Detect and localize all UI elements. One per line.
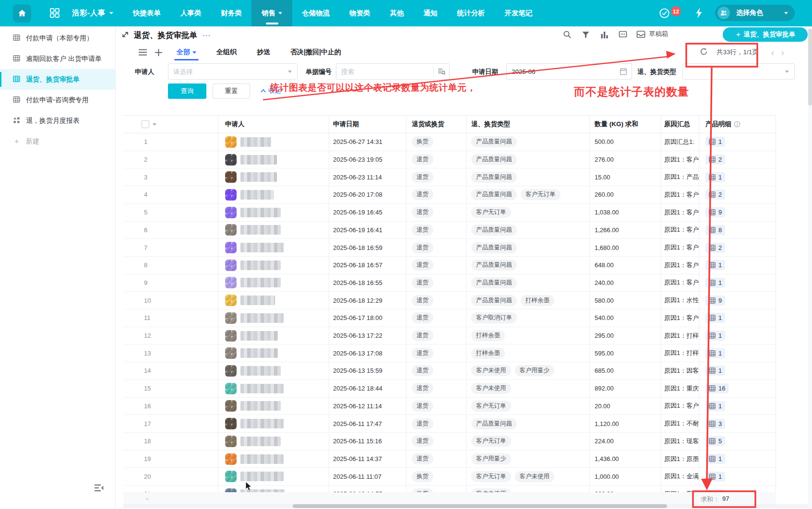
col-detail[interactable]: 产品明细 <box>699 116 776 133</box>
header-select-all[interactable] <box>123 116 218 133</box>
table-row[interactable]: 182025-06-11 15:16退货客户无订单224.00原因1：现客5 <box>123 433 776 450</box>
docno-search-input[interactable] <box>336 64 433 79</box>
vertical-scrollbar[interactable] <box>808 26 812 509</box>
query-button[interactable]: 查询 <box>168 83 206 99</box>
col-qty[interactable]: 数量 (KG) 求和 <box>590 116 661 133</box>
table-row[interactable]: 102025-06-18 12:29退货产品质量问题打样余墨580.00原因1：… <box>123 292 776 309</box>
table-row[interactable]: 22025-06-23 19:05退货产品质量问题276.00原因1：客户2 <box>123 151 776 169</box>
nav-item-仓储物流[interactable]: 仓储物流 <box>302 0 330 26</box>
tab-全部[interactable]: 全部 <box>175 44 198 60</box>
add-view-icon[interactable] <box>155 49 162 56</box>
nav-item-统计分析[interactable]: 统计分析 <box>457 0 485 26</box>
table-row[interactable]: 12025-06-27 14:31换货产品质量问题500.00原因汇总1:1 <box>123 133 776 151</box>
subtable-chip[interactable]: 1 <box>705 331 725 341</box>
subtable-chip[interactable]: 1 <box>705 454 725 464</box>
table-row[interactable]: 172025-06-11 17:47退货产品质量问题1,120.00原因1：不耐… <box>123 415 776 433</box>
subtable-chip[interactable]: 1 <box>705 313 725 323</box>
nav-item-销售[interactable]: 销售 <box>251 0 292 26</box>
applicant-select[interactable] <box>168 63 298 80</box>
search-icon[interactable] <box>562 30 572 39</box>
subtable-chip[interactable]: 1 <box>705 472 725 482</box>
col-date[interactable]: 申请日期 <box>329 116 406 133</box>
tab-抄送[interactable]: 抄送 <box>255 44 272 60</box>
sidebar-new-button[interactable]: ＋新建 <box>0 131 115 152</box>
table-row[interactable]: 32025-06-23 11:14退货产品质量问题15.00原因1：产品1 <box>123 168 776 186</box>
nav-item-通知[interactable]: 通知 <box>424 0 438 26</box>
sidebar-item[interactable]: 付款申请-咨询费专用 <box>0 90 115 110</box>
sidebar-collapse-icon[interactable] <box>94 484 105 494</box>
subtable-chip[interactable]: 2 <box>705 189 725 200</box>
table-row[interactable]: 152025-06-12 18:44退货客户未使用892.00原因1：重庆16 <box>123 380 776 398</box>
table-row[interactable]: 202025-06-11 11:07换货客户无订单客户未使用1,000.00原因… <box>123 468 776 485</box>
next-page-icon[interactable]: › <box>781 47 784 57</box>
nav-item-人事类[interactable]: 人事类 <box>180 0 202 26</box>
sidebar-item[interactable]: 逾期回款客户 出货申请单 <box>0 48 115 69</box>
table-row[interactable]: 92025-06-18 16:55退货产品质量问题240.00原因1：客户1 <box>123 274 776 292</box>
table-row[interactable]: 132025-06-13 17:08退货打样余墨595.00原因1：打样1 <box>123 344 776 362</box>
sidebar-item[interactable]: 退货、换货审批单 <box>0 69 115 90</box>
sidebar-item[interactable]: 退，换货月度报表 <box>0 110 115 131</box>
nav-item-财务类[interactable]: 财务类 <box>221 0 242 26</box>
subtable-chip[interactable]: 9 <box>705 207 725 217</box>
date-filter-field[interactable] <box>506 63 632 80</box>
horizontal-scrollbar-thumb[interactable] <box>293 504 667 508</box>
tab-全组织[interactable]: 全组织 <box>215 44 238 60</box>
subtable-chip[interactable]: 8 <box>705 225 725 235</box>
table-row[interactable]: 142025-06-13 15:59退货客户未使用客户用量少685.00原因1：… <box>123 362 776 380</box>
date-filter-input[interactable] <box>507 64 620 79</box>
nav-item-快捷表单[interactable]: 快捷表单 <box>133 0 161 26</box>
nav-item-其他[interactable]: 其他 <box>390 0 404 26</box>
applicant-select-input[interactable] <box>168 64 288 79</box>
type-select[interactable] <box>682 63 795 80</box>
subtable-chip[interactable]: 1 <box>705 348 725 358</box>
subtable-chip[interactable]: 3 <box>705 419 725 429</box>
prev-page-icon[interactable]: ‹ <box>771 47 775 57</box>
table-row[interactable]: 72025-06-18 16:59退货产品质量问题1,680.00原因1：客户2 <box>123 239 776 257</box>
subtable-chip[interactable]: 2 <box>705 243 725 253</box>
tab-否决|撤回|中止的[interactable]: 否决|撤回|中止的 <box>289 44 343 60</box>
refresh-icon[interactable] <box>700 47 708 58</box>
table-row[interactable]: 192025-06-11 14:37退货客户用量少1,436.00原因1：原墨1 <box>123 450 776 468</box>
type-select-input[interactable] <box>683 64 785 79</box>
table-row[interactable]: 42025-06-20 17:08退货产品质量问题客户无订单260.00原因1：… <box>123 186 776 204</box>
todo-check-icon[interactable] <box>659 8 670 21</box>
role-selector[interactable]: 选择角色 <box>715 5 795 21</box>
nav-item-物资类[interactable]: 物资类 <box>349 0 370 26</box>
subtable-chip[interactable]: 1 <box>705 172 725 182</box>
subtable-chip[interactable]: 1 <box>705 401 725 411</box>
home-button[interactable] <box>13 4 31 23</box>
table-row[interactable]: 112025-06-17 18:00退货客户取消订单540.00原因1：客户1 <box>123 309 776 327</box>
col-reason[interactable]: 原因汇总 <box>661 116 699 133</box>
draft-box-button[interactable]: 草稿箱 <box>636 30 669 38</box>
table-row[interactable]: 62025-06-19 16:41退货产品质量问题1,266.00原因1：客户8 <box>123 222 776 239</box>
col-type[interactable]: 退、换货类型 <box>466 116 590 133</box>
reset-button[interactable]: 重置 <box>213 83 250 99</box>
select-all-checkbox[interactable] <box>142 120 149 128</box>
subtable-chip[interactable]: 16 <box>705 383 728 393</box>
col-applicant[interactable]: 申请人 <box>218 116 329 133</box>
view-list-icon[interactable] <box>139 49 147 56</box>
col-kind[interactable]: 退货或换货 <box>406 116 466 133</box>
table-row[interactable]: 122025-06-13 17:22退货打样余墨295.00原因1：打样1 <box>123 327 776 345</box>
horizontal-scrollbar[interactable] <box>123 504 812 508</box>
subtable-chip[interactable]: 1 <box>705 137 725 147</box>
expand-icon[interactable] <box>121 31 129 40</box>
subtable-chip[interactable]: 1 <box>705 366 725 376</box>
table-row[interactable]: 52025-06-19 16:45退货客户无订单1,038.00原因1：客户9 <box>123 204 776 222</box>
subtable-chip[interactable]: 2 <box>705 154 725 165</box>
comment-icon[interactable] <box>618 30 628 39</box>
subtable-chip[interactable]: 5 <box>705 436 725 446</box>
advanced-search-icon[interactable] <box>433 67 449 76</box>
more-icon[interactable]: ⋯ <box>202 30 211 41</box>
filter-icon[interactable] <box>581 30 590 39</box>
table-row[interactable]: 82025-06-18 16:57退货产品质量问题648.00原因1：客户1 <box>123 257 776 274</box>
subtable-chip[interactable]: 1 <box>705 260 725 270</box>
apps-grid-icon[interactable] <box>49 8 60 20</box>
chart-icon[interactable] <box>599 30 609 39</box>
create-record-button[interactable]: ＋ 退货、换货审批单 <box>723 27 808 42</box>
subtable-chip[interactable]: 1 <box>705 278 725 288</box>
subtable-chip[interactable]: 9 <box>705 296 725 306</box>
vertical-scrollbar-thumb[interactable] <box>808 29 812 106</box>
table-row[interactable]: 162025-06-12 11:14退货客户无订单20.00原因1：客户1 <box>123 398 776 415</box>
sidebar-item[interactable]: 付款申请（本部专用） <box>0 28 115 48</box>
